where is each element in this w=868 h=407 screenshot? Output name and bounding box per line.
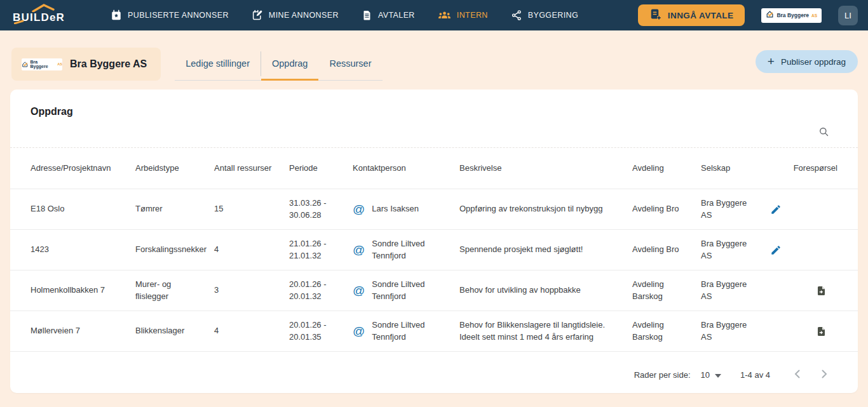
pagination: Rader per side: 10 1-4 av 4 <box>10 367 858 393</box>
publiser-oppdrag-button[interactable]: + Publiser oppdrag <box>756 50 858 73</box>
cell-adresse: Møllerveien 7 <box>31 311 135 351</box>
badge-company-suffix: AS <box>811 13 817 18</box>
cell-periode: 20.01.26 - 20.01.32 <box>289 270 353 310</box>
column-header-selskap[interactable]: Selskap <box>701 148 769 189</box>
column-header-avdeling[interactable]: Avdeling <box>632 148 701 189</box>
nav-right-group: INNGÅ AVTALE Bra Byggere AS LI <box>638 4 858 26</box>
rows-per-page-select[interactable]: 10 <box>701 370 721 380</box>
company-badge[interactable]: Bra Byggere AS <box>761 8 822 23</box>
kontakt-name: Sondre Liltved Tennfjord <box>372 319 449 344</box>
table-toolbar <box>10 117 858 148</box>
nav-label: INTERN <box>457 11 488 20</box>
page-title: Oppdrag <box>31 106 837 117</box>
cell-actions <box>769 230 837 270</box>
document-request-icon[interactable] <box>815 324 828 338</box>
company-chip[interactable]: Bra Byggere AS Bra Byggere AS <box>11 48 161 81</box>
nav-item-avtaler[interactable]: AVTALER <box>362 10 415 21</box>
cell-avdeling: Avdeling Barskog <box>632 270 701 310</box>
chip-logo-suffix: AS <box>57 62 62 66</box>
previous-page-button[interactable] <box>792 367 803 383</box>
cell-kontaktperson: @ Sondre Liltved Tennfjord <box>353 270 459 310</box>
tab-label: Ledige stillinger <box>186 58 250 69</box>
nav-item-intern[interactable]: INTERN <box>438 10 488 21</box>
main-menu: PUBLISERTE ANNONSER MINE ANNONSER AVTALE… <box>111 10 578 21</box>
roof-icon <box>32 3 55 15</box>
search-icon <box>818 126 830 140</box>
cell-adresse: E18 Oslo <box>31 189 135 229</box>
company-name: Bra Byggere AS <box>70 58 147 70</box>
tab-oppdrag[interactable]: Oppdrag <box>261 48 318 81</box>
badge-company-name: Bra Byggere <box>776 12 809 18</box>
document-request-icon[interactable] <box>815 284 828 298</box>
cell-adresse: Holmenkollbakken 7 <box>31 270 135 310</box>
column-header-periode[interactable]: Periode <box>289 148 353 189</box>
chevron-down-icon <box>715 370 721 380</box>
tab-label: Ressurser <box>329 58 371 69</box>
company-subheader: Bra Byggere AS Bra Byggere AS Ledige sti… <box>11 48 858 81</box>
cell-arbeidstype: Forskalingssnekker <box>135 230 214 270</box>
table-body: E18 Oslo Tømrer 15 31.03.26 - 30.06.28 @… <box>10 189 858 352</box>
document-icon <box>362 10 372 21</box>
cell-actions <box>769 311 837 351</box>
table-header-row: Adresse/Prosjektnavn Arbeidstype Antall … <box>10 148 858 189</box>
at-icon[interactable]: @ <box>353 282 365 300</box>
cell-avdeling: Avdeling Bro <box>632 230 701 270</box>
cell-selskap: Bra Byggere AS <box>701 189 769 229</box>
cell-periode: 31.03.26 - 30.06.28 <box>289 189 353 229</box>
column-header-foresporsel[interactable]: Forespørsel <box>769 148 837 189</box>
nav-label: BYGGERING <box>528 11 578 20</box>
column-header-adresse[interactable]: Adresse/Prosjektnavn <box>31 148 135 189</box>
cell-actions <box>769 270 837 310</box>
column-header-antall-ressurser[interactable]: Antall ressurser <box>214 148 289 189</box>
chevron-right-icon <box>822 370 827 380</box>
company-logo: Bra Byggere AS <box>22 58 62 70</box>
table-row[interactable]: E18 Oslo Tømrer 15 31.03.26 - 30.06.28 @… <box>10 189 858 230</box>
cell-avdeling: Avdeling Bro <box>632 189 701 229</box>
publish-label: Publiser oppdrag <box>781 57 846 67</box>
at-icon[interactable]: @ <box>353 241 365 259</box>
cell-kontaktperson: @ Sondre Liltved Tennfjord <box>353 311 459 351</box>
edit-pencil-icon[interactable] <box>769 243 783 257</box>
cell-actions <box>769 189 837 229</box>
at-icon[interactable]: @ <box>353 323 365 340</box>
chip-logo-name: Bra Byggere <box>31 60 56 69</box>
nav-label: MINE ANNONSER <box>269 11 339 20</box>
cell-arbeidstype: Tømrer <box>135 189 214 229</box>
company-tabs: Ledige stillinger Oppdrag Ressurser <box>175 48 382 81</box>
cell-antall-ressurser: 4 <box>214 311 289 351</box>
inngaa-avtale-button[interactable]: INNGÅ AVTALE <box>638 4 745 26</box>
tab-label: Oppdrag <box>272 58 308 69</box>
cell-antall-ressurser: 3 <box>214 270 289 310</box>
user-avatar[interactable]: LI <box>838 6 858 25</box>
column-header-beskrivelse[interactable]: Beskrivelse <box>459 148 632 189</box>
column-header-arbeidstype[interactable]: Arbeidstype <box>135 148 214 189</box>
nav-item-byggering[interactable]: BYGGERING <box>511 10 578 21</box>
cell-selskap: Bra Byggere AS <box>701 230 769 270</box>
table-row[interactable]: 1423 Forskalingssnekker 4 21.01.26 - 21.… <box>10 230 858 270</box>
table-row[interactable]: Møllerveien 7 Blikkenslager 4 20.01.26 -… <box>10 311 858 352</box>
calendar-edit-icon <box>252 10 263 21</box>
edit-pencil-icon[interactable] <box>769 203 783 217</box>
cell-kontaktperson: @ Lars Isaksen <box>353 189 459 229</box>
rows-per-page-label: Rader per side: <box>634 370 691 380</box>
people-icon <box>438 10 451 21</box>
logo-swoosh-icon <box>14 15 24 27</box>
next-page-button[interactable] <box>819 367 830 383</box>
network-icon <box>511 10 522 21</box>
tab-ressurser[interactable]: Ressurser <box>318 48 382 81</box>
column-header-kontaktperson[interactable]: Kontaktperson <box>353 148 459 189</box>
nav-item-mine-annonser[interactable]: MINE ANNONSER <box>252 10 339 21</box>
plus-icon: + <box>768 55 775 67</box>
builder-logo[interactable]: BUILDeR <box>13 3 83 28</box>
table-row[interactable]: Holmenkollbakken 7 Murer- og flislegger … <box>10 270 858 311</box>
nav-item-publiserte-annonser[interactable]: PUBLISERTE ANNONSER <box>111 10 229 21</box>
calendar-star-icon <box>111 10 122 21</box>
tab-ledige-stillinger[interactable]: Ledige stillinger <box>175 48 261 81</box>
search-button[interactable] <box>815 123 832 142</box>
at-icon[interactable]: @ <box>353 201 365 218</box>
cell-beskrivelse: Spennende prosjekt med sjøgløtt! <box>459 230 632 270</box>
cell-kontaktperson: @ Sondre Liltved Tennfjord <box>353 230 459 270</box>
nav-label: PUBLISERTE ANNONSER <box>128 11 229 20</box>
cell-beskrivelse: Behov for Blikkenslagere til langtidslei… <box>459 311 632 351</box>
cell-selskap: Bra Byggere AS <box>701 311 769 351</box>
